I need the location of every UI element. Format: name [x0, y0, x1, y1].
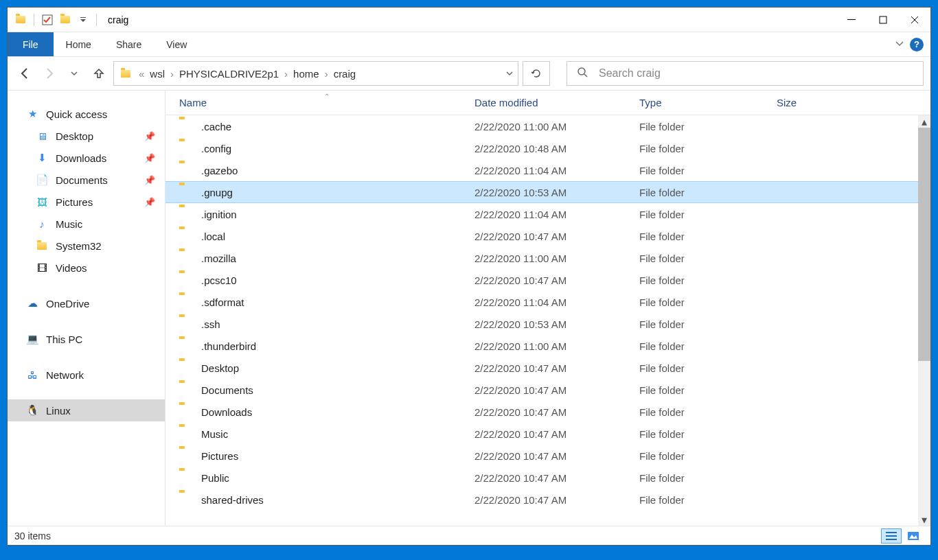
table-row[interactable]: .gnupg2/22/2020 10:53 AMFile folder — [165, 181, 930, 203]
col-type[interactable]: Type — [639, 97, 777, 108]
file-type: File folder — [639, 340, 777, 352]
table-row[interactable]: .local2/22/2020 10:47 AMFile folder — [165, 225, 930, 247]
table-row[interactable]: .ignition2/22/2020 11:04 AMFile folder — [165, 203, 930, 225]
documents-icon: 📄 — [35, 173, 49, 187]
sidebar-item-videos[interactable]: 🎞 Videos — [8, 257, 165, 279]
properties-check-icon[interactable] — [41, 13, 54, 27]
col-name[interactable]: ⌃ Name — [179, 97, 474, 108]
sidebar-item-music[interactable]: ♪ Music — [8, 213, 165, 235]
col-size[interactable]: Size — [777, 97, 930, 108]
sidebar-item-documents[interactable]: 📄 Documents 📌 — [8, 169, 165, 191]
table-row[interactable]: shared-drives2/22/2020 10:47 AMFile fold… — [165, 489, 930, 511]
sidebar-item-downloads[interactable]: ⬇ Downloads 📌 — [8, 147, 165, 169]
svg-rect-8 — [908, 532, 919, 540]
back-button[interactable] — [14, 63, 35, 84]
star-icon: ★ — [25, 107, 39, 121]
main-area: ★ Quick access 🖥 Desktop 📌 ⬇ Downloads 📌… — [8, 90, 930, 526]
ribbon: File Home Share View ? — [8, 32, 930, 57]
table-row[interactable]: .mozilla2/22/2020 11:00 AMFile folder — [165, 247, 930, 269]
sidebar-quick-access[interactable]: ★ Quick access — [8, 103, 165, 125]
crumb-3[interactable]: craig — [330, 62, 361, 85]
table-row[interactable]: .pcsc102/22/2020 10:47 AMFile folder — [165, 269, 930, 291]
table-row[interactable]: Downloads2/22/2020 10:47 AMFile folder — [165, 401, 930, 423]
chevron-right-icon: › — [325, 68, 328, 80]
sidebar-this-pc[interactable]: 💻 This PC — [8, 328, 165, 350]
address-bar[interactable]: « wsl › PHYSICALDRIVE2p1 › home › craig — [113, 61, 518, 86]
folder-icon — [179, 427, 193, 441]
forward-button[interactable] — [39, 63, 60, 84]
linux-icon: 🐧 — [25, 404, 39, 417]
refresh-button[interactable] — [523, 61, 550, 86]
table-row[interactable]: .cache2/22/2020 11:00 AMFile folder — [165, 115, 930, 137]
table-row[interactable]: Music2/22/2020 10:47 AMFile folder — [165, 423, 930, 445]
title-bar: craig — [8, 8, 930, 32]
table-row[interactable]: Pictures2/22/2020 10:47 AMFile folder — [165, 445, 930, 467]
tab-share[interactable]: Share — [104, 32, 154, 56]
tab-view[interactable]: View — [154, 32, 199, 56]
sidebar-linux[interactable]: 🐧 Linux — [8, 399, 165, 421]
help-button[interactable]: ? — [910, 38, 924, 51]
table-row[interactable]: .gazebo2/22/2020 11:04 AMFile folder — [165, 159, 930, 181]
tab-home[interactable]: Home — [54, 32, 104, 56]
sidebar-onedrive[interactable]: ☁ OneDrive — [8, 292, 165, 314]
address-folder-icon — [118, 66, 133, 81]
separator — [96, 14, 97, 26]
file-type: File folder — [639, 318, 777, 330]
folder-icon — [179, 229, 193, 243]
crumb-0[interactable]: wsl — [146, 62, 169, 85]
folder-icon — [179, 119, 193, 133]
close-button[interactable] — [899, 9, 930, 31]
minimize-button[interactable] — [836, 9, 867, 31]
file-date: 2/22/2020 10:53 AM — [474, 187, 639, 198]
scrollbar[interactable]: ▴ ▾ — [918, 115, 930, 526]
svg-rect-6 — [886, 535, 897, 537]
chevron-left-icon[interactable]: « — [139, 68, 144, 80]
file-name: .config — [201, 143, 474, 154]
ribbon-expand-icon[interactable] — [895, 38, 904, 51]
column-headers: ⌃ Name Date modified Type Size — [165, 91, 930, 115]
thumbnails-view-button[interactable] — [903, 528, 924, 544]
maximize-button[interactable] — [867, 9, 899, 31]
col-date[interactable]: Date modified — [474, 97, 639, 108]
scroll-thumb[interactable] — [918, 128, 930, 361]
file-list[interactable]: .cache2/22/2020 11:00 AMFile folder.conf… — [165, 115, 930, 526]
sidebar-item-pictures[interactable]: 🖼 Pictures 📌 — [8, 191, 165, 213]
address-dropdown-icon[interactable] — [505, 68, 514, 80]
details-view-button[interactable] — [881, 528, 902, 544]
qat-folder-icon[interactable] — [58, 13, 72, 27]
crumb-1[interactable]: PHYSICALDRIVE2p1 — [175, 62, 283, 85]
history-dropdown-icon[interactable] — [64, 63, 84, 84]
file-name: Desktop — [201, 362, 474, 374]
svg-point-4 — [578, 68, 585, 75]
table-row[interactable]: Desktop2/22/2020 10:47 AMFile folder — [165, 357, 930, 379]
up-button[interactable] — [89, 63, 109, 84]
file-date: 2/22/2020 11:04 AM — [474, 165, 639, 176]
sidebar-network[interactable]: 🖧 Network — [8, 364, 165, 386]
status-bar: 30 items — [8, 526, 930, 545]
file-date: 2/22/2020 10:47 AM — [474, 406, 639, 418]
pin-icon: 📌 — [144, 131, 155, 141]
folder-icon — [179, 361, 193, 375]
file-date: 2/22/2020 11:00 AM — [474, 340, 639, 352]
explorer-window: craig File Home Share View ? « wsl › PHY… — [7, 7, 931, 546]
scroll-up-icon[interactable]: ▴ — [918, 115, 930, 128]
folder-icon — [179, 141, 193, 155]
crumb-2[interactable]: home — [289, 62, 323, 85]
search-input[interactable]: Search craig — [567, 61, 924, 86]
table-row[interactable]: .config2/22/2020 10:48 AMFile folder — [165, 137, 930, 159]
qat-dropdown-icon[interactable] — [76, 13, 90, 27]
sidebar-item-desktop[interactable]: 🖥 Desktop 📌 — [8, 125, 165, 147]
file-name: Documents — [201, 384, 474, 396]
scroll-down-icon[interactable]: ▾ — [918, 513, 930, 526]
table-row[interactable]: .ssh2/22/2020 10:53 AMFile folder — [165, 313, 930, 335]
table-row[interactable]: Public2/22/2020 10:47 AMFile folder — [165, 467, 930, 489]
tab-file[interactable]: File — [8, 32, 54, 56]
sidebar-item-label: Pictures — [56, 196, 93, 208]
table-row[interactable]: .thunderbird2/22/2020 11:00 AMFile folde… — [165, 335, 930, 357]
folder-icon — [179, 493, 193, 506]
table-row[interactable]: .sdformat2/22/2020 11:04 AMFile folder — [165, 291, 930, 313]
table-row[interactable]: Documents2/22/2020 10:47 AMFile folder — [165, 379, 930, 401]
folder-icon — [179, 273, 193, 287]
folder-icon — [179, 207, 193, 221]
sidebar-item-system32[interactable]: System32 — [8, 235, 165, 257]
